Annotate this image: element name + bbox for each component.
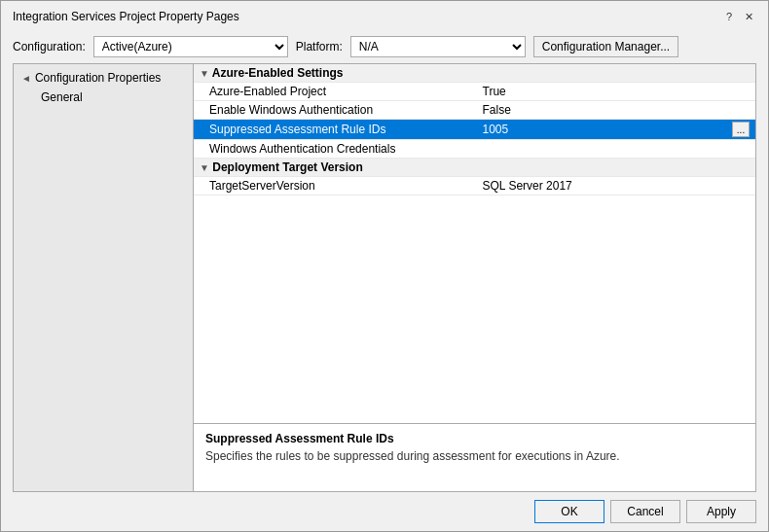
title-bar: Integration Services Project Property Pa… — [1, 1, 768, 30]
prop-value-suppressed-ids[interactable]: 1005 ... — [475, 120, 756, 140]
platform-label: Platform: — [296, 40, 343, 53]
section-deployment-target[interactable]: ▼ Deployment Target Version — [194, 159, 755, 177]
prop-row-target-server[interactable]: TargetServerVersion SQL Server 2017 — [194, 177, 755, 195]
description-text: Specifies the rules to be suppressed dur… — [205, 449, 744, 463]
footer: OK Cancel Apply — [1, 492, 768, 531]
tree-item-general[interactable]: General — [14, 88, 193, 107]
tree-item-label: Configuration Properties — [35, 71, 161, 85]
prop-value-windows-auth[interactable]: False — [475, 101, 756, 120]
section-azure-settings[interactable]: ▼ Azure-Enabled Settings — [194, 64, 755, 83]
ellipsis-button[interactable]: ... — [732, 122, 750, 137]
dialog-title: Integration Services Project Property Pa… — [13, 10, 239, 23]
description-title: Suppressed Assessment Rule IDs — [205, 432, 744, 445]
config-label: Configuration: — [13, 40, 86, 53]
apply-button[interactable]: Apply — [686, 500, 756, 523]
close-button[interactable]: ✕ — [741, 9, 756, 24]
prop-row-azure-enabled[interactable]: Azure-Enabled Project True — [194, 83, 755, 101]
tree-child-label: General — [41, 90, 83, 104]
prop-row-windows-auth[interactable]: Enable Windows Authentication False — [194, 101, 755, 120]
properties-area: ▼ Azure-Enabled Settings Azure-Enabled P… — [194, 64, 755, 423]
suppressed-ids-value: 1005 — [483, 123, 509, 136]
property-table: ▼ Azure-Enabled Settings Azure-Enabled P… — [194, 64, 755, 195]
content-area: ◄ Configuration Properties General ▼ Azu… — [13, 63, 756, 492]
right-panel: ▼ Azure-Enabled Settings Azure-Enabled P… — [194, 64, 755, 491]
configuration-select[interactable]: Active(Azure) — [93, 36, 288, 57]
section-toggle-azure[interactable]: ▼ — [200, 68, 209, 79]
cancel-button[interactable]: Cancel — [610, 500, 680, 523]
ok-button[interactable]: OK — [534, 500, 604, 523]
prop-name-windows-auth: Enable Windows Authentication — [194, 101, 475, 120]
prop-row-win-auth-creds[interactable]: Windows Authentication Credentials — [194, 140, 755, 159]
left-panel: ◄ Configuration Properties General — [14, 64, 194, 491]
config-manager-button[interactable]: Configuration Manager... — [533, 36, 678, 57]
help-button[interactable]: ? — [721, 9, 737, 24]
section-toggle-deployment[interactable]: ▼ — [200, 162, 209, 173]
tree-item-config-properties[interactable]: ◄ Configuration Properties — [14, 68, 193, 88]
dialog: Integration Services Project Property Pa… — [0, 0, 769, 532]
prop-value-target-server[interactable]: SQL Server 2017 — [475, 177, 756, 195]
tree-arrow-icon: ◄ — [21, 73, 31, 84]
section-azure-label: Azure-Enabled Settings — [212, 66, 344, 80]
title-bar-controls: ? ✕ — [721, 9, 756, 24]
prop-row-suppressed-ids[interactable]: Suppressed Assessment Rule IDs 1005 ... — [194, 120, 755, 140]
prop-value-win-auth-creds[interactable] — [475, 140, 756, 159]
prop-name-azure-enabled: Azure-Enabled Project — [194, 83, 475, 101]
prop-value-azure-enabled[interactable]: True — [475, 83, 756, 101]
section-deployment-label: Deployment Target Version — [212, 160, 362, 174]
prop-name-suppressed-ids: Suppressed Assessment Rule IDs — [194, 120, 475, 140]
prop-name-target-server: TargetServerVersion — [194, 177, 475, 195]
description-area: Suppressed Assessment Rule IDs Specifies… — [194, 423, 755, 491]
prop-name-win-auth-creds: Windows Authentication Credentials — [194, 140, 475, 159]
toolbar-row: Configuration: Active(Azure) Platform: N… — [1, 30, 768, 63]
platform-select[interactable]: N/A — [350, 36, 526, 57]
